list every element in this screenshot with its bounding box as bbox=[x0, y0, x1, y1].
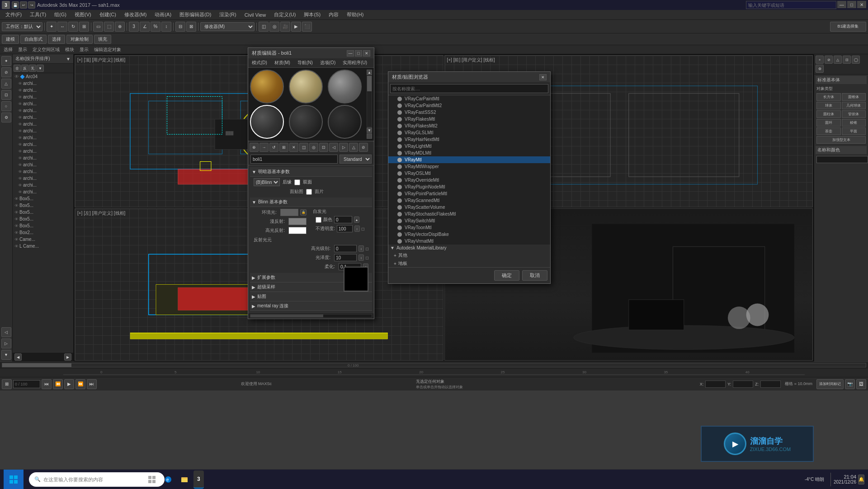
shading-type-select[interactable]: (B)Blinn bbox=[254, 178, 280, 186]
ribbon-item-6[interactable]: 编辑选定对象 bbox=[94, 47, 121, 53]
mat-menu-nav[interactable]: 导航(N) bbox=[294, 58, 316, 67]
tb-layer[interactable]: ◫ bbox=[259, 22, 269, 32]
mat-h-scroll-thumb[interactable] bbox=[250, 315, 323, 317]
scene-all-btn[interactable]: 全 bbox=[14, 65, 21, 72]
mat-tool-unique[interactable]: ⊘ bbox=[359, 143, 368, 152]
scene-item-box2x[interactable]: 👁Box2... bbox=[13, 229, 73, 236]
tb-select[interactable]: ✦ bbox=[47, 22, 57, 32]
ribbon-item-3[interactable]: 定义空间区域 bbox=[33, 47, 60, 53]
selfillum-color-check[interactable] bbox=[316, 217, 321, 223]
menu-modifier[interactable]: 修改器(M) bbox=[121, 10, 151, 19]
mat-tool-show2[interactable]: ⊡ bbox=[319, 143, 328, 152]
mat-browser-ok[interactable]: 确定 bbox=[494, 270, 519, 281]
mat-item-VRayMDLMtl[interactable]: VRayMDLMtl bbox=[388, 150, 550, 156]
mat-item-VRayFlakesMtl2[interactable]: VRayFlakesMtl2 bbox=[388, 122, 550, 129]
mat-item-VRayPluginNodeMtl[interactable]: VRayPluginNodeMtl bbox=[388, 183, 550, 190]
mat-group-autodesk[interactable]: ▼ Autodesk MaterialLibrary bbox=[388, 244, 550, 251]
scene-item-archi-8[interactable]: 👁archi... bbox=[13, 127, 73, 134]
sidebar-bottom-toggle[interactable]: ▷ bbox=[1, 339, 11, 348]
rp-sphere[interactable]: 球体 bbox=[816, 102, 841, 109]
mat-preview-square[interactable] bbox=[344, 267, 368, 292]
rp-display[interactable]: ◯ bbox=[852, 56, 860, 64]
spec-level-input[interactable] bbox=[334, 245, 357, 252]
render-mini-1[interactable]: 📷 bbox=[845, 379, 855, 389]
scene-item-box3[interactable]: 👁Box5... bbox=[13, 209, 73, 216]
mat-tool-get[interactable]: ⊕ bbox=[250, 143, 259, 152]
taskbar-task-view[interactable] bbox=[145, 470, 159, 489]
scene-item-archi-13[interactable]: 👁archi... bbox=[13, 161, 73, 168]
mat-item-VRayScatterVolume[interactable]: VRayScatterVolume bbox=[388, 204, 550, 211]
rp-name-input[interactable] bbox=[816, 156, 868, 163]
scene-item-arc04[interactable]: 👁 🔷 Arc04 bbox=[13, 73, 73, 80]
mat-name-input[interactable] bbox=[250, 155, 338, 164]
menu-civil-view[interactable]: Civil View bbox=[241, 11, 269, 19]
scene-item-archi-16[interactable]: 👁archi... bbox=[13, 182, 73, 188]
mat-item-VRayScannedMtl[interactable]: VRayScannedMtl bbox=[388, 197, 550, 204]
title-search-input[interactable] bbox=[746, 1, 836, 9]
scene-item-camera2[interactable]: 👁L Came... bbox=[13, 243, 73, 249]
time-tag-btn[interactable]: 添加时间标记 bbox=[816, 379, 844, 389]
diffuse-swatch[interactable] bbox=[288, 218, 307, 225]
menu-graph-editor[interactable]: 图形编辑器(D) bbox=[176, 10, 215, 19]
scene-next[interactable]: ▶ bbox=[64, 353, 71, 361]
tb-align[interactable]: ⊠ bbox=[186, 22, 196, 32]
scene-item-archi-11[interactable]: 👁archi... bbox=[13, 148, 73, 155]
taskbar-3dsmax-btn[interactable]: 3 bbox=[193, 470, 204, 489]
menu-animation[interactable]: 动画(A) bbox=[151, 10, 175, 19]
mat-sphere-dark3[interactable] bbox=[328, 105, 362, 139]
mat-tool-parent[interactable]: △ bbox=[349, 143, 358, 152]
scene-item-archi-9[interactable]: 👁archi... bbox=[13, 134, 73, 141]
tb-spinner-snap[interactable]: ↕ bbox=[161, 22, 171, 32]
mat-item-VRaySwitchMtl[interactable]: VRaySwitchMtl bbox=[388, 217, 550, 224]
mat-editor-title-bar[interactable]: 材质编辑器 - boli1 — □ ✕ bbox=[248, 48, 374, 58]
menu-create[interactable]: 创建(C) bbox=[96, 10, 120, 19]
mat-item-VRayOverrideMtl[interactable]: VRayOverrideMtl bbox=[388, 177, 550, 183]
tab-object[interactable]: 对象绘制 bbox=[66, 35, 93, 44]
x-input[interactable] bbox=[705, 381, 726, 388]
scene-item-archi-7[interactable]: 👁archi... bbox=[13, 121, 73, 127]
sidebar-expand[interactable]: ▼ bbox=[1, 350, 11, 360]
tb-select-region[interactable]: ▭ bbox=[93, 22, 103, 32]
rp-pyramid[interactable]: 棱锥 bbox=[842, 119, 866, 127]
mat-menu-mode[interactable]: 模式(D) bbox=[248, 58, 271, 67]
rp-cone[interactable]: 圆锥体 bbox=[842, 93, 866, 101]
z-input[interactable] bbox=[760, 381, 781, 388]
tb-move[interactable]: ↔ bbox=[57, 22, 67, 32]
tb-scale[interactable]: ⊞ bbox=[79, 22, 89, 32]
scene-item-archi-12[interactable]: 👁archi... bbox=[13, 155, 73, 161]
specular-swatch[interactable] bbox=[288, 227, 307, 234]
render-mini-2[interactable]: 🖼 bbox=[856, 379, 866, 389]
tb-material[interactable]: ◎ bbox=[269, 22, 279, 32]
y-input[interactable] bbox=[733, 381, 753, 388]
mat-section-basic-header[interactable]: ▼ 明暗器基本参数 bbox=[250, 167, 372, 177]
minimize-button[interactable]: — bbox=[837, 1, 846, 8]
tb-select-window[interactable]: ⬚ bbox=[104, 22, 114, 32]
mat-editor-maximize[interactable]: □ bbox=[355, 50, 362, 56]
sidebar-display[interactable]: ○ bbox=[1, 101, 11, 111]
anim-play-back[interactable]: ⏮ bbox=[42, 379, 52, 389]
sidebar-create[interactable]: ✦ bbox=[1, 56, 11, 66]
rp-create[interactable]: + bbox=[816, 56, 824, 64]
mat-item-VRayVrmatMtl[interactable]: VRayVrmatMtl bbox=[388, 238, 550, 244]
mat-type-select[interactable]: Standard bbox=[340, 155, 372, 164]
tb-render-setup[interactable]: 🎥 bbox=[280, 22, 290, 32]
scene-item-archi-10[interactable]: 👁archi... bbox=[13, 141, 73, 148]
timeline-scroll[interactable]: 0 / 100 bbox=[2, 363, 866, 367]
tb-angle-snap[interactable]: ∠ bbox=[140, 22, 150, 32]
menu-help[interactable]: 帮助(H) bbox=[343, 10, 367, 19]
taskbar-clock[interactable]: 21:04 2021/12/26 bbox=[834, 474, 856, 484]
mat-editor-minimize[interactable]: — bbox=[347, 50, 354, 56]
scroll-thumb[interactable] bbox=[2, 363, 71, 367]
selfillum-spinner-up[interactable]: ▲ bbox=[354, 216, 359, 223]
scene-item-box5[interactable]: 👁Box5... bbox=[13, 222, 73, 229]
menu-content[interactable]: 内容 bbox=[325, 10, 342, 19]
mat-group-other[interactable]: + 其他 bbox=[388, 251, 550, 259]
opacity-spinner[interactable]: ↕ bbox=[354, 226, 360, 232]
rp-geosphere[interactable]: 几何球体 bbox=[842, 102, 866, 109]
mat-item-VRayVectorDisplBake[interactable]: VRayVectorDisplBake bbox=[388, 231, 550, 238]
sidebar-toggle[interactable]: ◁ bbox=[1, 327, 11, 337]
mat-tool-show[interactable]: ◎ bbox=[309, 143, 318, 152]
mat-sphere-wood[interactable] bbox=[250, 70, 284, 103]
mat-tool-copy[interactable]: ⊞ bbox=[279, 143, 288, 152]
rp-motion[interactable]: ⊡ bbox=[843, 56, 851, 64]
